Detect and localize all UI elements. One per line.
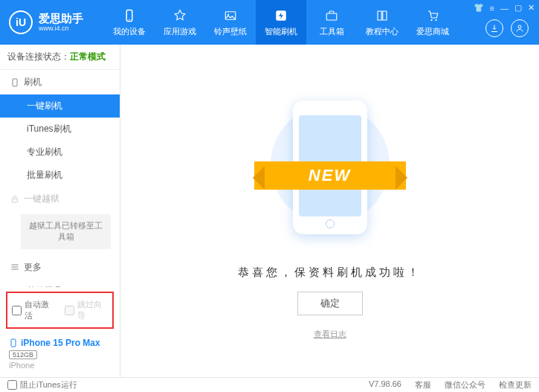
group-more[interactable]: 更多 [0, 255, 120, 280]
skip-guide-checkbox[interactable]: 跳过向导 [65, 299, 109, 321]
book-icon [375, 8, 390, 23]
sidebar-item-itunes[interactable]: iTunes刷机 [0, 118, 120, 141]
logo-icon: iU [9, 10, 33, 34]
cart-icon [425, 8, 440, 23]
device-icon [122, 8, 137, 23]
group-flash[interactable]: 刷机 [0, 70, 120, 94]
nav-label: 铃声壁纸 [214, 26, 247, 37]
nav-label: 教程中心 [366, 26, 398, 37]
window-controls: 👕 ≡ — ▢ ✕ [474, 3, 535, 13]
auto-activate-checkbox[interactable]: 自动激活 [12, 299, 56, 321]
nav-label: 工具箱 [320, 26, 344, 37]
success-illustration: NEW [263, 97, 397, 261]
nav-flash[interactable]: 智能刷机 [256, 0, 306, 45]
svg-point-6 [430, 19, 432, 20]
apps-icon [172, 8, 187, 23]
nav-label: 智能刷机 [265, 26, 297, 37]
app-header: iU 爱思助手 www.i4.cn 我的设备 应用游戏 铃声壁纸 智能刷机 工具… [0, 0, 539, 45]
logo: iU 爱思助手 www.i4.cn [0, 10, 104, 34]
image-icon [223, 8, 238, 23]
download-button[interactable] [485, 19, 503, 37]
nav-apps[interactable]: 应用游戏 [155, 0, 205, 45]
view-log-link[interactable]: 查看日志 [314, 329, 346, 340]
device-type: iPhone [9, 361, 111, 370]
nav-ringtones[interactable]: 铃声壁纸 [205, 0, 256, 45]
sidebar: 设备连接状态：正常模式 刷机 一键刷机 iTunes刷机 专业刷机 批量刷机 一… [0, 45, 120, 377]
update-link[interactable]: 检查更新 [499, 379, 532, 391]
nav-label: 我的设备 [113, 26, 146, 37]
svg-rect-11 [11, 339, 16, 347]
phone-small-icon [9, 338, 18, 348]
maximize-icon[interactable]: ▢ [514, 3, 522, 13]
brand-title: 爱思助手 [39, 13, 83, 25]
sidebar-item-pro[interactable]: 专业刷机 [0, 141, 120, 164]
support-link[interactable]: 客服 [415, 379, 431, 391]
main-panel: NEW 恭喜您，保资料刷机成功啦！ 确定 查看日志 [120, 45, 539, 377]
skin-icon[interactable]: 👕 [474, 3, 484, 13]
menu-icon[interactable]: ≡ [490, 4, 494, 13]
svg-rect-9 [13, 79, 17, 86]
svg-point-7 [435, 19, 436, 20]
storage-badge: 512GB [9, 350, 37, 359]
nav-my-device[interactable]: 我的设备 [104, 0, 155, 45]
nav-label: 应用游戏 [164, 26, 196, 37]
svg-rect-5 [326, 13, 337, 20]
more-icon [10, 263, 19, 271]
sidebar-item-other[interactable]: 其他工具 [0, 280, 120, 287]
toolbox-icon [324, 8, 339, 23]
wechat-link[interactable]: 微信公众号 [445, 379, 485, 391]
nav-tutorials[interactable]: 教程中心 [357, 0, 407, 45]
status-bar: 阻止iTunes运行 V7.98.66 客服 微信公众号 检查更新 [0, 377, 539, 392]
svg-rect-10 [13, 199, 18, 202]
flash-small-icon [10, 78, 19, 87]
success-message: 恭喜您，保资料刷机成功啦！ [238, 266, 422, 280]
sidebar-item-batch[interactable]: 批量刷机 [0, 164, 120, 187]
svg-point-8 [518, 25, 521, 28]
nav-label: 爱思商城 [416, 26, 449, 37]
minimize-icon[interactable]: — [500, 4, 509, 13]
auto-options-box: 自动激活 跳过向导 [6, 292, 114, 329]
nav-toolbox[interactable]: 工具箱 [306, 0, 357, 45]
jailbreak-note: 越狱工具已转移至工具箱 [21, 214, 111, 249]
lock-icon [10, 195, 19, 204]
new-ribbon: NEW [254, 161, 406, 190]
ok-button[interactable]: 确定 [297, 292, 363, 315]
top-nav: 我的设备 应用游戏 铃声壁纸 智能刷机 工具箱 教程中心 爱思商城 [104, 0, 458, 45]
device-name[interactable]: iPhone 15 Pro Max [9, 338, 111, 348]
brand-subtitle: www.i4.cn [39, 25, 83, 32]
flash-icon [274, 8, 288, 23]
sidebar-item-oneclick[interactable]: 一键刷机 [0, 94, 120, 118]
version-label: V7.98.66 [369, 379, 401, 391]
group-jailbreak: 一键越狱 [0, 187, 120, 211]
block-itunes-checkbox[interactable]: 阻止iTunes运行 [7, 379, 77, 391]
device-info: iPhone 15 Pro Max 512GB iPhone [0, 333, 120, 377]
nav-store[interactable]: 爱思商城 [407, 0, 458, 45]
user-button[interactable] [511, 19, 529, 37]
svg-point-1 [129, 19, 130, 20]
device-status: 设备连接状态：正常模式 [0, 45, 120, 70]
close-icon[interactable]: ✕ [528, 3, 535, 13]
